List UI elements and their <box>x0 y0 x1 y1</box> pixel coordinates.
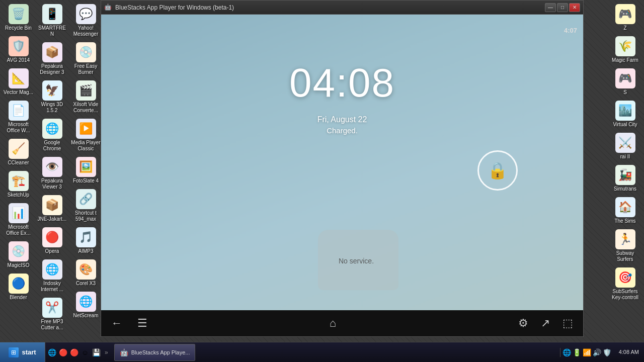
desktop-icon-4[interactable]: 🧹 CCleaner <box>2 137 35 168</box>
icon-label-14: JNE-Jakart... <box>38 216 67 222</box>
icon-image-5: 🏗️ <box>9 171 29 191</box>
right-icon-label-3: Virtual City <box>613 122 637 128</box>
desktop-icon-5[interactable]: 🏗️ SketchUp <box>2 169 35 200</box>
desktop-icon-6[interactable]: 📊 Microsoft Office Ex... <box>2 201 35 238</box>
left-icon-area: 🗑️ Recycle Bin 🛡️ AVG 2014 📐 Vector Mag.… <box>0 0 103 342</box>
taskbar-clock: 4:08 AM <box>614 348 644 355</box>
right-icon-image-6: 🏠 <box>615 197 635 217</box>
tray-icon-1[interactable]: 🌐 <box>47 348 56 357</box>
sys-tray-security[interactable]: 🛡️ <box>603 348 612 357</box>
desktop-icon-9[interactable]: 📱 SMARTFREN <box>36 2 68 39</box>
sys-tray-battery[interactable]: 🔋 <box>573 348 582 357</box>
desktop-icon-0[interactable]: 🗑️ Recycle Bin <box>2 2 35 33</box>
window-title: BlueStacks App Player for Windows (beta-… <box>115 4 545 11</box>
home-button[interactable]: ⌂ <box>330 317 336 330</box>
start-button[interactable]: ⊞ start <box>0 342 45 363</box>
desktop-icon-20[interactable]: 🎬 Xilsoft Vide Converte... <box>69 78 102 116</box>
screen-button[interactable]: ⬚ <box>562 317 573 330</box>
icon-label-25: Corel X3 <box>76 281 96 287</box>
share-button[interactable]: ↗ <box>541 317 550 330</box>
desktop-icon-12[interactable]: 🌐 Google Chrome <box>36 117 68 154</box>
sys-tray-sound[interactable]: 🔊 <box>593 348 602 357</box>
right-desktop-icon-4[interactable]: ⚔️ rai II <box>609 131 641 162</box>
icon-label-12: Google Chrome <box>37 140 67 152</box>
right-desktop-icon-7[interactable]: 🏃 Subway Surfers <box>609 227 641 264</box>
desktop-icon-25[interactable]: 🎨 Corel X3 <box>69 257 102 289</box>
icon-label-16: Indosky Internet ... <box>37 281 67 293</box>
right-desktop-icon-6[interactable]: 🏠 The Sims <box>609 195 641 226</box>
desktop-icon-10[interactable]: 📦 Pepakura Designer 3 <box>36 40 68 77</box>
right-icon-image-4: ⚔️ <box>615 133 635 153</box>
icon-image-1: 🛡️ <box>9 36 29 56</box>
tray-icon-4[interactable]: ☺ <box>80 348 90 357</box>
desktop-icon-2[interactable]: 📐 Vector Mag... <box>2 66 35 98</box>
lock-circle[interactable]: 🔒 <box>477 150 518 191</box>
nav-center: ⌂ <box>330 317 336 330</box>
desktop-icon-22[interactable]: 🖼️ FotoSlate 4 <box>69 155 102 186</box>
desktop-icon-24[interactable]: 🎵 AIMP3 <box>69 225 102 256</box>
desktop-icon-19[interactable]: 💿 Free Easy Burner <box>69 40 102 77</box>
desktop-icon-7[interactable]: 💿 MagicISO <box>2 239 35 270</box>
right-icon-label-2: S <box>623 89 627 96</box>
desktop-icon-8[interactable]: 🔵 Blender <box>2 272 35 303</box>
icon-image-4: 🧹 <box>9 139 29 159</box>
taskbar-time-display: 4:08 AM <box>619 348 639 355</box>
icon-label-15: Opera <box>45 248 59 254</box>
desktop-icon-18[interactable]: 💬 Yahoo! Messenger <box>69 2 102 39</box>
desktop-icon-14[interactable]: 📦 JNE-Jakart... <box>36 193 68 224</box>
taskbar-app-bluestacks[interactable]: 🤖 BlueStacks App Playe... <box>114 344 196 361</box>
icon-image-9: 📱 <box>42 4 62 24</box>
desktop-icon-13[interactable]: 👁️ Pepakura Viewer 3 <box>36 155 68 192</box>
desktop-icon-15[interactable]: 🔴 Opera <box>36 225 68 256</box>
tray-icon-3[interactable]: 🔴 <box>69 348 78 357</box>
menu-button[interactable]: ☰ <box>137 317 147 330</box>
icon-image-18: 💬 <box>76 4 96 24</box>
desktop-icon-11[interactable]: 🦅 Wings 3D 1.5.2 <box>36 78 68 116</box>
maximize-button[interactable]: □ <box>557 3 568 12</box>
back-button[interactable]: ← <box>111 317 122 330</box>
taskbar: ⊞ start 🌐 🔴 🔴 ☺ 💾 » 🤖 BlueStacks App Pla… <box>0 342 644 362</box>
right-desktop-icon-5[interactable]: 🚂 Simutrans <box>609 163 641 194</box>
right-desktop-icon-3[interactable]: 🏙️ Virtual City <box>609 99 641 130</box>
icon-label-0: Recycle Bin <box>5 25 32 31</box>
no-service-text: No service. <box>339 257 374 265</box>
right-icon-label-6: The Sims <box>614 218 635 224</box>
sys-tray-signal[interactable]: 📶 <box>583 348 592 357</box>
settings-button[interactable]: ⚙ <box>518 317 528 330</box>
right-desktop-icon-0[interactable]: 🎮 Z <box>609 2 641 33</box>
icon-image-15: 🔴 <box>42 227 62 247</box>
icon-image-24: 🎵 <box>76 227 96 247</box>
right-desktop-icon-1[interactable]: 🌾 Magic Farm <box>609 34 641 65</box>
desktop-icon-16[interactable]: 🌐 Indosky Internet ... <box>36 257 68 295</box>
icon-image-16: 🌐 <box>42 259 62 280</box>
tray-icon-2[interactable]: 🔴 <box>58 348 67 357</box>
right-icon-label-1: Magic Farm <box>612 57 638 63</box>
taskbar-apps: 🤖 BlueStacks App Playe... <box>112 344 560 361</box>
desktop-icon-23[interactable]: 🔗 Shortcut t 594_max <box>69 187 102 224</box>
window-titlebar: 🤖 BlueStacks App Player for Windows (bet… <box>101 1 583 15</box>
right-desktop-icon-8[interactable]: 🎯 SubSurfers Key-controll <box>609 265 641 303</box>
nav-right: ⚙ ↗ ⬚ <box>518 317 573 330</box>
close-button[interactable]: ✕ <box>569 3 580 12</box>
desktop-icon-26[interactable]: 🌐 NetScream <box>69 290 102 321</box>
right-icon-image-5: 🚂 <box>615 165 635 185</box>
right-icon-label-8: SubSurfers Key-controll <box>610 289 640 301</box>
minimize-button[interactable]: — <box>545 3 556 12</box>
desktop-icon-1[interactable]: 🛡️ AVG 2014 <box>2 34 35 65</box>
tray-icon-5[interactable]: 💾 <box>92 348 101 357</box>
right-icon-image-0: 🎮 <box>615 4 635 24</box>
icon-label-17: Free MP3 Cutter a... <box>37 319 67 331</box>
right-icon-label-4: rai II <box>620 154 630 160</box>
sys-tray-internet[interactable]: 🌐 <box>562 348 572 357</box>
icon-label-4: CCleaner <box>8 160 29 166</box>
icon-image-17: ✂️ <box>42 298 62 318</box>
right-desktop-icon-2[interactable]: 🎮 S <box>609 66 641 98</box>
desktop-icon-3[interactable]: 📄 Microsoft Office W... <box>2 99 35 136</box>
desktop-icon-17[interactable]: ✂️ Free MP3 Cutter a... <box>36 296 68 333</box>
desktop-icon-21[interactable]: ▶️ Media Player Classic <box>69 117 102 154</box>
icon-image-2: 📐 <box>9 68 29 88</box>
right-icon-label-5: Simutrans <box>614 186 636 192</box>
icon-label-6: Microsoft Office Ex... <box>3 224 34 236</box>
icon-label-26: NetScream <box>73 313 98 319</box>
system-tray: 🌐 🔋 📶 🔊 🛡️ <box>560 348 614 357</box>
